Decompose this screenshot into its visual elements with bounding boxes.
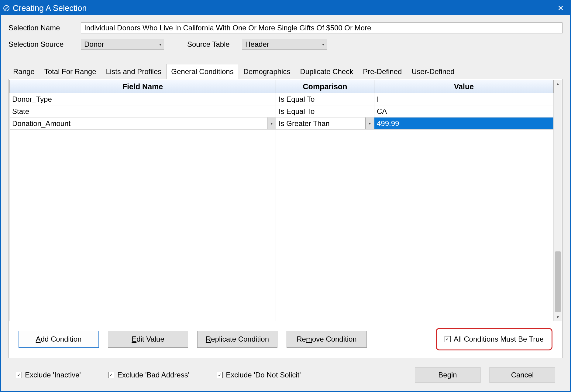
scroll-down-arrow[interactable]: ▾	[557, 314, 559, 320]
table-row[interactable]: State Is Equal To CA	[9, 105, 554, 118]
add-condition-button[interactable]: Add Condition	[19, 331, 99, 348]
remove-condition-button[interactable]: Remove Condition	[287, 331, 367, 348]
cell-comparison[interactable]: Is Greater Than ▾	[276, 118, 374, 130]
col-value[interactable]: Value	[374, 80, 554, 93]
col-comparison[interactable]: Comparison	[276, 80, 374, 93]
tab-user-defined[interactable]: User-Defined	[407, 64, 459, 79]
comparison-dropdown-toggle[interactable]: ▾	[365, 118, 374, 129]
cell-comparison[interactable]: Is Equal To	[276, 105, 374, 118]
scroll-thumb[interactable]	[555, 251, 561, 312]
conditions-table: Field Name Comparison Value Donor_Type I…	[9, 80, 554, 321]
tab-lists-and-profiles[interactable]: Lists and Profiles	[101, 64, 166, 79]
cell-value[interactable]: CA	[374, 105, 554, 118]
table-empty-area	[9, 130, 554, 321]
cell-field[interactable]: Donor_Type	[9, 93, 276, 105]
cell-comparison[interactable]: Is Equal To	[276, 93, 374, 105]
all-conditions-checkbox[interactable]: ✓	[445, 336, 451, 342]
check-icon: ✓	[218, 372, 222, 378]
exclude-bad-address[interactable]: ✓ Exclude 'Bad Address'	[108, 371, 189, 379]
cell-field[interactable]: State	[9, 105, 276, 118]
exclude-do-not-solicit-checkbox[interactable]: ✓	[217, 372, 223, 378]
tab-range[interactable]: Range	[9, 64, 39, 79]
source-table-value: Header	[245, 40, 322, 49]
selection-name-row: Selection Name	[9, 22, 562, 33]
conditions-table-wrap: Field Name Comparison Value Donor_Type I…	[9, 80, 562, 321]
col-field-name[interactable]: Field Name	[9, 80, 276, 93]
selection-source-dropdown[interactable]: Donor ▾	[81, 39, 164, 50]
all-conditions-label: All Conditions Must Be True	[454, 335, 544, 343]
cell-value[interactable]: 499.99	[374, 118, 554, 130]
source-table-dropdown[interactable]: Header ▾	[242, 39, 327, 50]
chevron-down-icon: ▾	[159, 42, 161, 47]
chevron-down-icon: ▾	[322, 42, 324, 47]
replicate-condition-button[interactable]: Replicate Condition	[197, 331, 277, 348]
exclude-inactive[interactable]: ✓ Exclude 'Inactive'	[16, 371, 81, 379]
check-icon: ✓	[17, 372, 21, 378]
tab-demographics[interactable]: Demographics	[239, 64, 295, 79]
edit-value-button[interactable]: Edit Value	[108, 331, 188, 348]
cell-field[interactable]: Donation_Amount ▾	[9, 118, 276, 130]
window-title: Creating A Selection	[13, 4, 87, 13]
exclude-do-not-solicit-label: Exclude 'Do Not Solicit'	[226, 371, 301, 379]
exclude-inactive-label: Exclude 'Inactive'	[25, 371, 81, 379]
field-dropdown-toggle[interactable]: ▾	[267, 118, 276, 129]
tab-panel: Field Name Comparison Value Donor_Type I…	[9, 79, 562, 358]
exclude-bad-address-label: Exclude 'Bad Address'	[117, 371, 189, 379]
selection-source-label: Selection Source	[9, 40, 81, 49]
app-icon	[3, 5, 10, 12]
all-conditions-highlight: ✓ All Conditions Must Be True	[436, 328, 552, 350]
table-header: Field Name Comparison Value	[9, 80, 554, 93]
tab-total-for-range[interactable]: Total For Range	[40, 64, 101, 79]
svg-line-1	[5, 6, 8, 10]
cell-value[interactable]: I	[374, 93, 554, 105]
tab-duplicate-check[interactable]: Duplicate Check	[295, 64, 358, 79]
selection-source-row: Selection Source Donor ▾ Source Table He…	[9, 39, 562, 50]
footer: ✓ Exclude 'Inactive' ✓ Exclude 'Bad Addr…	[9, 358, 562, 386]
vertical-scrollbar[interactable]: ▴ ▾	[554, 80, 562, 321]
begin-button[interactable]: Begin	[415, 367, 480, 383]
tabs: Range Total For Range Lists and Profiles…	[9, 64, 562, 79]
source-table-label: Source Table	[187, 40, 242, 49]
titlebar: Creating A Selection ✕	[1, 1, 570, 15]
tab-pre-defined[interactable]: Pre-Defined	[358, 64, 406, 79]
exclude-bad-address-checkbox[interactable]: ✓	[108, 372, 114, 378]
content-area: Selection Name Selection Source Donor ▾ …	[1, 15, 570, 391]
tab-general-conditions[interactable]: General Conditions	[167, 64, 238, 79]
selection-name-input[interactable]	[81, 22, 562, 33]
selection-name-label: Selection Name	[9, 24, 81, 32]
chevron-down-icon: ▾	[369, 121, 371, 126]
close-icon: ✕	[558, 4, 564, 12]
check-icon: ✓	[445, 336, 449, 342]
chevron-down-icon: ▾	[271, 121, 273, 126]
window: Creating A Selection ✕ Selection Name Se…	[0, 0, 571, 392]
selection-source-value: Donor	[84, 40, 159, 49]
cancel-button[interactable]: Cancel	[490, 367, 555, 383]
exclude-do-not-solicit[interactable]: ✓ Exclude 'Do Not Solicit'	[217, 371, 301, 379]
check-icon: ✓	[109, 372, 113, 378]
close-button[interactable]: ✕	[552, 1, 570, 15]
table-row[interactable]: Donor_Type Is Equal To I	[9, 93, 554, 105]
exclude-inactive-checkbox[interactable]: ✓	[16, 372, 22, 378]
scroll-up-arrow[interactable]: ▴	[557, 80, 559, 87]
condition-buttons: Add Condition Edit Value Replicate Condi…	[9, 321, 562, 358]
table-row[interactable]: Donation_Amount ▾ Is Greater Than ▾ 499.…	[9, 118, 554, 130]
